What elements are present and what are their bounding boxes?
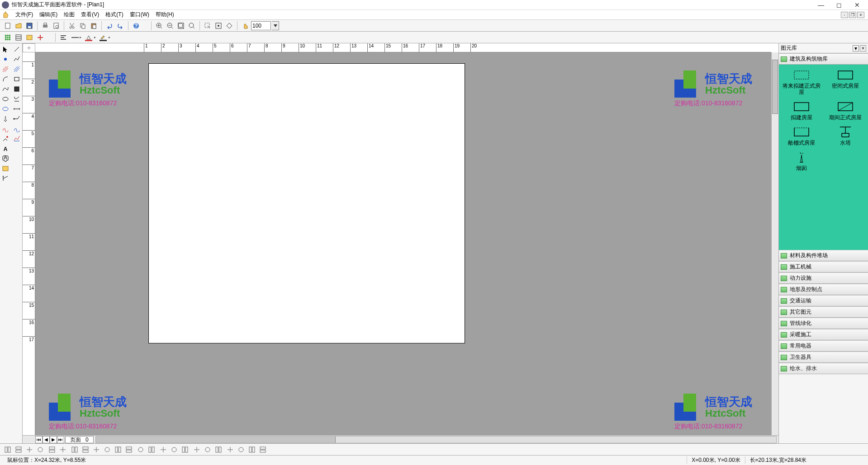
cut-button[interactable] — [67, 21, 77, 31]
library-category[interactable]: 采暖施工 — [779, 329, 868, 340]
page-prev[interactable]: ◀ — [43, 436, 50, 443]
tool-ellipse[interactable] — [0, 94, 11, 104]
add-button[interactable] — [35, 33, 45, 42]
menu-edit[interactable]: 编辑(E) — [37, 10, 60, 19]
library-category[interactable]: 卫生器具 — [779, 352, 868, 363]
bottom-tool-b23[interactable] — [247, 445, 257, 455]
ruler-corner[interactable] — [23, 43, 35, 52]
tool-round-rect[interactable] — [11, 94, 23, 104]
tool-spline[interactable] — [0, 124, 11, 134]
line-color-button[interactable] — [98, 33, 112, 42]
tool-polyline[interactable] — [11, 54, 23, 64]
bottom-tool-b3[interactable] — [24, 445, 34, 455]
zoom-in-button[interactable] — [154, 21, 164, 31]
grid-button[interactable] — [224, 21, 234, 31]
mdi-minimize[interactable]: ‐ — [841, 12, 848, 18]
paste-button[interactable] — [89, 21, 99, 31]
tool-hatch-blue[interactable] — [11, 64, 23, 74]
zoom-fit-button[interactable] — [176, 21, 186, 31]
bottom-tool-b18[interactable] — [192, 445, 202, 455]
tool-arc[interactable] — [0, 74, 11, 84]
library-item[interactable]: 水塔 — [825, 125, 867, 147]
library-category[interactable]: 地形及控制点 — [779, 284, 868, 295]
preview-button[interactable] — [51, 21, 61, 31]
page-tab[interactable]: 页面 0 — [65, 436, 94, 443]
bottom-tool-b7[interactable] — [70, 445, 80, 455]
library-item[interactable]: 拟建房屋 — [781, 100, 823, 122]
bottom-tool-b1[interactable] — [3, 445, 13, 455]
snap-button[interactable] — [213, 21, 223, 31]
bottom-tool-b14[interactable] — [147, 445, 157, 455]
mdi-close[interactable]: × — [857, 12, 864, 18]
library-category[interactable]: 施工机械 — [779, 261, 868, 272]
tool-note[interactable]: A — [0, 154, 11, 164]
bottom-tool-b5[interactable] — [47, 445, 57, 455]
ruler-horizontal[interactable]: 1234567891011121314151617181920 — [35, 43, 771, 52]
tool-marker[interactable] — [0, 114, 11, 124]
viewport[interactable]: 恒智天成HztcSoft 定购电话:010-83160872 恒智天成HztcS… — [35, 52, 771, 435]
library-category[interactable]: 管线绿化 — [779, 318, 868, 329]
library-category[interactable]: 其它图元 — [779, 306, 868, 318]
bottom-tool-b20[interactable] — [213, 445, 223, 455]
bottom-tool-b15[interactable] — [158, 445, 168, 455]
bottom-tool-b16[interactable] — [169, 445, 179, 455]
tool-hatch-red[interactable] — [0, 64, 11, 74]
bottom-tool-b10[interactable] — [102, 445, 112, 455]
page-next[interactable]: ▶ — [50, 436, 57, 443]
redo-button[interactable] — [115, 21, 125, 31]
bottom-tool-b4[interactable] — [35, 445, 45, 455]
library-category[interactable]: 动力设施 — [779, 272, 868, 284]
pan-button[interactable] — [240, 21, 250, 31]
fill-color-button[interactable] — [84, 33, 97, 42]
tool-image[interactable] — [0, 164, 11, 174]
library-close[interactable]: × — [860, 45, 866, 52]
tool-point[interactable] — [0, 54, 11, 64]
copy-button[interactable] — [78, 21, 88, 31]
tool-callout[interactable] — [11, 124, 23, 134]
library-item[interactable]: 将来拟建正式房屋 — [781, 68, 823, 96]
tool-pointer[interactable] — [0, 44, 11, 54]
bottom-tool-b13[interactable] — [136, 445, 146, 455]
ruler-vertical[interactable]: 1234567891011121314151617 — [23, 52, 35, 435]
zoom-actual-button[interactable] — [187, 21, 197, 31]
zoom-input[interactable] — [251, 21, 271, 30]
zoom-out-button[interactable] — [165, 21, 175, 31]
library-category[interactable]: 给水、排水 — [779, 363, 868, 374]
bottom-tool-b11[interactable] — [113, 445, 123, 455]
menu-window[interactable]: 窗口(W) — [127, 10, 152, 19]
maximize-button[interactable]: ◻ — [835, 1, 844, 9]
open-button[interactable] — [14, 21, 24, 31]
layers-button[interactable] — [14, 33, 24, 42]
bottom-tool-b21[interactable] — [225, 445, 235, 455]
bottom-tool-b2[interactable] — [14, 445, 24, 455]
library-dropdown[interactable]: ▾ — [853, 45, 859, 52]
tool-rect[interactable] — [11, 74, 23, 84]
select-box-button[interactable] — [203, 21, 213, 31]
library-item[interactable]: 期间正式房屋 — [825, 100, 867, 122]
tool-line[interactable] — [11, 44, 23, 54]
tool-leader[interactable] — [11, 114, 23, 124]
tool-curve[interactable] — [0, 84, 11, 94]
save-button[interactable] — [24, 21, 34, 31]
menu-file[interactable]: 文件(F) — [13, 10, 36, 19]
new-button[interactable] — [3, 21, 13, 31]
library-category[interactable]: 交通运输 — [779, 295, 868, 306]
library-item[interactable]: 烟囱 — [781, 150, 823, 172]
bottom-tool-b8[interactable] — [81, 445, 90, 455]
bottom-tool-b17[interactable] — [180, 445, 190, 455]
help-button[interactable]: ? — [131, 21, 141, 31]
library-item[interactable]: 敞棚式房屋 — [781, 125, 823, 147]
library-item[interactable]: 密闭式房屋 — [825, 68, 867, 96]
tool-dimension[interactable] — [11, 104, 23, 114]
menu-draw[interactable]: 绘图 — [61, 10, 77, 19]
menu-format[interactable]: 格式(T) — [103, 10, 126, 19]
horizontal-scrollbar[interactable] — [95, 436, 777, 443]
print-button[interactable] — [40, 21, 50, 31]
menu-view[interactable]: 查看(V) — [78, 10, 102, 19]
bottom-tool-b9[interactable] — [91, 445, 101, 455]
tool-brush[interactable] — [0, 134, 11, 144]
vertical-scrollbar[interactable] — [771, 52, 778, 435]
tool-oval[interactable] — [0, 104, 11, 114]
bottom-tool-b12[interactable] — [124, 445, 134, 455]
bottom-tool-b6[interactable] — [58, 445, 68, 455]
